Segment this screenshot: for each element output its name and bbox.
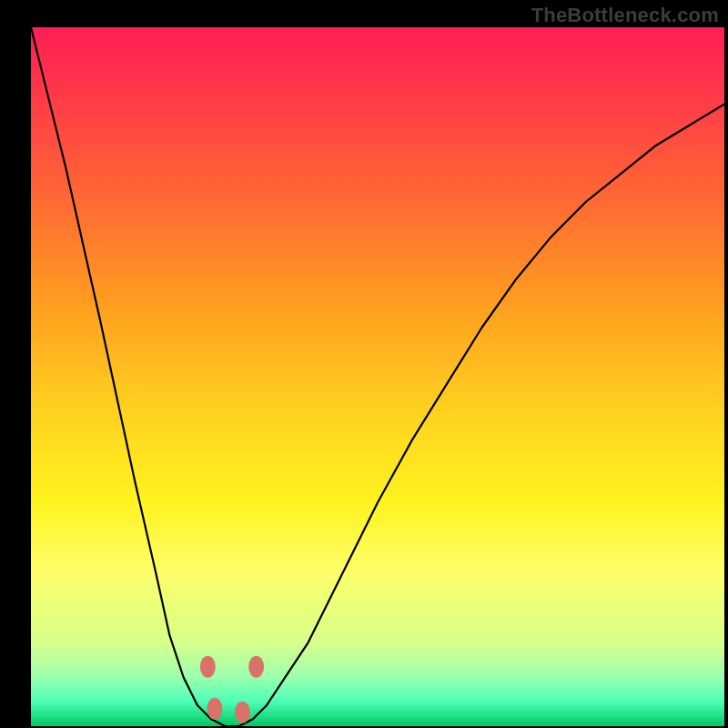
- chart-stage: TheBottleneck.com: [0, 0, 728, 728]
- watermark-label: TheBottleneck.com: [531, 4, 719, 27]
- sweet-spot-dot: [207, 698, 222, 720]
- sweet-spot-dot: [235, 702, 250, 723]
- svg-rect-259: [31, 723, 724, 727]
- sweet-spot-dot: [248, 656, 264, 678]
- sweet-spot-dot: [200, 656, 216, 678]
- background-gradient: [31, 27, 724, 727]
- bottleneck-chart: [0, 0, 728, 728]
